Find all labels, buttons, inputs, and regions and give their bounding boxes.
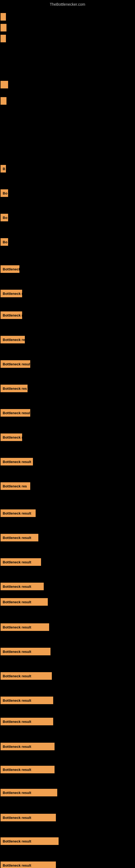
- result-bar-20: Bottleneck result: [1, 509, 36, 517]
- result-bar-18: Bottleneck result: [1, 458, 33, 465]
- result-bar-35: Bottleneck result: [1, 862, 56, 868]
- result-bar-31: Bottleneck result: [1, 766, 54, 773]
- result-bar-12: Bottleneck r: [1, 311, 22, 319]
- result-bar-9: Bo: [1, 238, 8, 246]
- result-bar-21: Bottleneck result: [1, 534, 38, 541]
- result-bar-15: Bottleneck res: [1, 384, 28, 392]
- result-bar-27: Bottleneck result: [1, 672, 52, 680]
- result-bar-28: Bottleneck result: [1, 696, 53, 704]
- result-bar-14: Bottleneck result: [1, 360, 30, 368]
- result-bar-32: Bottleneck result: [1, 789, 57, 796]
- result-bar-2: [1, 24, 6, 31]
- result-bar-26: Bottleneck result: [1, 648, 50, 655]
- result-bar-29: Bottleneck result: [1, 718, 53, 725]
- result-bar-11: Bottleneck re: [1, 290, 22, 297]
- result-bar-34: Bottleneck result: [1, 837, 58, 845]
- result-bar-7: Bo: [1, 189, 8, 197]
- result-bar-4: [1, 81, 8, 88]
- site-title: TheBottlenecker.com: [0, 0, 135, 8]
- result-bar-10: Bottleneck r: [1, 265, 19, 273]
- result-bar-30: Bottleneck result: [1, 743, 54, 750]
- result-bar-19: Bottleneck res: [1, 482, 30, 490]
- result-bar-6: B: [1, 165, 6, 173]
- result-bar-17: Bottleneck r: [1, 433, 22, 441]
- result-bar-8: Bo: [1, 214, 8, 221]
- result-bar-13: Bottleneck res: [1, 336, 25, 343]
- result-bar-24: Bottleneck result: [1, 598, 48, 606]
- result-bar-22: Bottleneck result: [1, 558, 41, 566]
- result-bar-5: [1, 97, 6, 105]
- result-bar-25: Bottleneck result: [1, 623, 49, 631]
- page-wrapper: TheBottlenecker.com BBoBoBoBottleneck rB…: [0, 0, 135, 868]
- result-bar-23: Bottleneck result: [1, 583, 44, 590]
- result-bar-33: Bottleneck result: [1, 814, 56, 822]
- result-bar-16: Bottleneck resul: [1, 409, 30, 416]
- result-bar-1: [1, 13, 6, 21]
- result-bar-3: [1, 35, 6, 42]
